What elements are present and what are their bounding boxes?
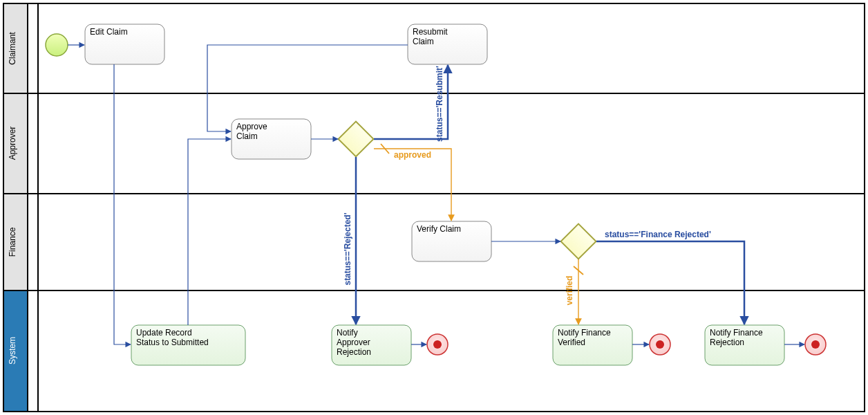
lane-label-finance: Finance xyxy=(8,227,17,257)
bpmn-diagram: Claimant Approver Finance System Edit Cl… xyxy=(0,0,868,415)
task-nfr-label1: Notify Finance xyxy=(710,328,763,338)
task-update-record-label2: Status to Submitted xyxy=(136,338,209,347)
label-verified: verified xyxy=(565,276,574,306)
lane-label-system: System xyxy=(8,337,17,365)
gateway-approve[interactable] xyxy=(339,122,374,157)
label-approved: approved xyxy=(394,150,431,160)
end-event-finance-rejection[interactable] xyxy=(805,334,826,355)
task-nar-label1: Notify xyxy=(337,328,358,338)
task-nfv-label2: Verified xyxy=(558,338,585,347)
flow-edit-update xyxy=(114,64,131,344)
lane-label-claimant: Claimant xyxy=(8,32,17,65)
task-nar-label3: Rejection xyxy=(337,347,371,357)
label-status-finance-rejected: status=='Finance Rejected' xyxy=(605,230,711,239)
task-resubmit-claim-label1: Resubmit xyxy=(413,27,448,37)
label-status-rejected: status=='Rejected' xyxy=(343,212,352,285)
task-approve-claim-label1: Approve xyxy=(236,122,267,131)
svg-point-3 xyxy=(433,340,442,349)
svg-rect-0 xyxy=(339,122,374,157)
task-edit-claim-label: Edit Claim xyxy=(90,27,128,37)
task-update-record-label1: Update Record xyxy=(136,328,192,338)
start-event[interactable] xyxy=(46,34,68,56)
task-verify-claim-label: Verify Claim xyxy=(417,224,461,234)
task-resubmit-claim-label2: Claim xyxy=(413,37,434,46)
svg-point-7 xyxy=(811,340,820,349)
task-approve-claim-label2: Claim xyxy=(236,131,258,141)
lane-label-approver: Approver xyxy=(8,127,17,160)
svg-point-5 xyxy=(656,340,664,349)
end-event-finance-verified[interactable] xyxy=(650,334,670,355)
svg-rect-1 xyxy=(561,224,596,259)
task-nfr-label2: Rejection xyxy=(710,338,744,347)
end-event-approver[interactable] xyxy=(427,334,448,355)
flow-update-approve xyxy=(188,139,231,325)
flow-resubmit-approve xyxy=(207,45,408,131)
flow-gateway-finrejected xyxy=(596,241,744,324)
gateway-finance[interactable] xyxy=(561,224,596,259)
label-status-resubmit: status=='Resubmit' xyxy=(435,66,444,142)
task-nfv-label1: Notify Finance xyxy=(558,328,611,338)
task-nar-label2: Approver xyxy=(337,338,370,347)
